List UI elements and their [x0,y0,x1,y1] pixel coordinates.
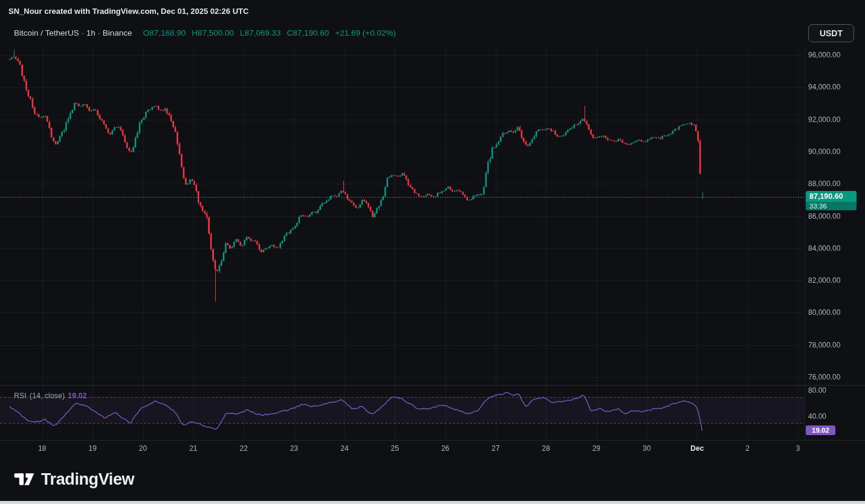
ohlc-close: C87,190.60 [287,28,329,37]
ohlc-open: O87,168.90 [143,28,186,37]
time-axis-label: 2 [745,444,750,453]
rsi-value-badge: 19.02 [806,425,835,435]
time-axis-label: 28 [542,444,550,453]
price-axis-label: 88,000.00 [808,179,840,188]
price-axis-label: 86,000.00 [808,212,840,221]
time-axis-label: 3 [796,444,800,453]
symbol-title[interactable]: Bitcoin / TetherUS · 1h · Binance [14,28,132,37]
time-axis-label: 22 [240,444,248,453]
time-axis-label: 30 [643,444,650,453]
tradingview-wordmark[interactable]: TradingView [41,470,134,489]
time-axis-label: 18 [38,444,46,453]
time-axis-label: 29 [592,444,600,453]
tradingview-snapshot: SN_Nour created with TradingView.com, De… [0,0,865,504]
price-axis-label: 92,000.00 [808,115,840,124]
bottom-strip [0,501,865,504]
symbol-legend: Bitcoin / TetherUS · 1h · Binance O87,16… [14,28,396,37]
ohlc-high: H87,500.00 [192,28,234,37]
rsi-legend-value: 19.02 [68,392,86,400]
brand-bar: TradingView [13,470,134,489]
rsi-legend: RSI (14, close) 19.02 [14,392,86,400]
time-axis-label: 24 [340,444,348,453]
price-axis-label: 90,000.00 [808,147,840,156]
time-axis-label: Dec [690,444,704,453]
time-axis[interactable] [0,441,805,457]
time-axis-label: 19 [88,444,96,453]
time-axis-label: 26 [441,444,449,453]
time-axis-label: 23 [290,444,298,453]
currency-usdt-button[interactable]: USDT [808,24,854,42]
ohlc-change: +21.69 (+0.02%) [335,28,396,37]
time-axis-label: 21 [189,444,197,453]
ohlc-low: L87,069.33 [240,28,281,37]
price-axis-label: 82,000.00 [808,276,840,285]
tradingview-logo-icon[interactable] [13,470,35,489]
rsi-legend-title[interactable]: RSI [14,392,27,400]
attribution-text: SN_Nour created with TradingView.com, De… [8,7,248,16]
price-axis-label: 80,000.00 [808,308,840,317]
rsi-axis-label: 80.00 [808,386,826,395]
bar-countdown: 33:36 [806,202,857,210]
price-axis-label: 78,000.00 [808,341,840,349]
price-axis-label: 84,000.00 [808,244,840,253]
time-axis-label: 25 [391,444,399,453]
current-price-badge: 87,190.60 33:36 [806,191,857,210]
rsi-legend-params: (14, close) [30,392,65,400]
rsi-axis-label: 40.00 [808,412,826,421]
time-axis-label: 27 [491,444,499,453]
chart-canvas[interactable] [0,0,865,504]
current-price-label: 87,190.60 [806,191,857,202]
price-axis-label: 76,000.00 [808,373,840,381]
price-axis-label: 94,000.00 [808,83,840,91]
time-axis-label: 20 [139,444,147,453]
price-axis-label: 96,000.00 [808,51,840,59]
